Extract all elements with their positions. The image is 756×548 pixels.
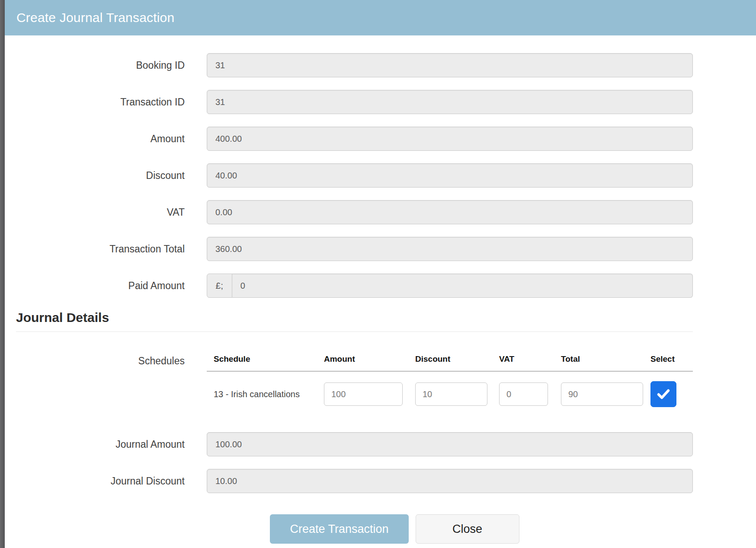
col-header-vat: VAT <box>499 354 561 364</box>
schedules-table: Schedule Amount Discount VAT Total Selec… <box>207 354 693 407</box>
schedule-discount-cell <box>415 382 499 406</box>
journal-summary-fields: Journal Amount Journal Discount <box>5 432 756 493</box>
close-button[interactable]: Close <box>416 514 519 544</box>
modal-footer-buttons: Create Transaction Close <box>5 514 756 544</box>
journal-amount-row: Journal Amount <box>5 432 693 456</box>
schedule-vat-input[interactable] <box>499 382 548 406</box>
transaction-total-row: Transaction Total <box>5 237 693 261</box>
discount-label: Discount <box>5 170 185 182</box>
background-page-edge <box>0 0 5 548</box>
schedule-name: 13 - Irish cancellations <box>207 389 324 399</box>
schedule-select-checkbox[interactable] <box>650 381 676 407</box>
create-journal-transaction-modal: Create Journal Transaction Booking ID Tr… <box>0 0 756 548</box>
transaction-id-label: Transaction ID <box>5 96 185 108</box>
col-header-amount: Amount <box>324 354 415 364</box>
col-header-select: Select <box>650 354 693 364</box>
schedule-vat-cell <box>499 382 561 406</box>
vat-row: VAT <box>5 200 693 224</box>
paid-amount-field <box>232 274 693 298</box>
modal-content: Create Journal Transaction Booking ID Tr… <box>5 0 756 544</box>
transaction-total-label: Transaction Total <box>5 243 185 255</box>
journal-amount-label: Journal Amount <box>5 439 185 450</box>
create-transaction-button[interactable]: Create Transaction <box>270 514 408 544</box>
schedule-select-cell <box>650 381 693 407</box>
discount-row: Discount <box>5 163 693 188</box>
journal-discount-field <box>207 469 693 493</box>
transaction-total-field <box>207 237 693 261</box>
transaction-id-field <box>207 90 693 114</box>
col-header-total: Total <box>561 354 650 364</box>
schedules-section: Schedules Schedule Amount Discount VAT T… <box>5 354 693 407</box>
journal-discount-label: Journal Discount <box>5 475 185 487</box>
journal-discount-row: Journal Discount <box>5 469 693 493</box>
booking-id-label: Booking ID <box>5 60 185 71</box>
col-header-schedule: Schedule <box>207 354 324 364</box>
schedule-total-cell <box>561 382 650 406</box>
schedule-amount-cell <box>324 382 415 406</box>
vat-field <box>207 200 693 224</box>
journal-details-heading: Journal Details <box>16 310 693 332</box>
schedule-total-input[interactable] <box>561 382 643 406</box>
transaction-form: Booking ID Transaction ID Amount Discoun… <box>5 35 756 544</box>
paid-amount-label: Paid Amount <box>5 280 185 292</box>
booking-id-row: Booking ID <box>5 53 693 77</box>
schedules-table-header: Schedule Amount Discount VAT Total Selec… <box>207 354 693 372</box>
schedule-table-row: 13 - Irish cancellations <box>207 381 693 407</box>
paid-amount-input-group: £; <box>207 274 693 298</box>
transaction-id-row: Transaction ID <box>5 90 693 114</box>
schedule-amount-input[interactable] <box>324 382 403 406</box>
amount-row: Amount <box>5 127 693 151</box>
modal-header: Create Journal Transaction <box>5 0 756 35</box>
vat-label: VAT <box>5 207 185 218</box>
checkmark-icon <box>656 386 671 402</box>
amount-field <box>207 127 693 151</box>
schedule-discount-input[interactable] <box>415 382 487 406</box>
paid-amount-row: Paid Amount £; <box>5 274 693 298</box>
col-header-discount: Discount <box>415 354 499 364</box>
schedules-label: Schedules <box>5 354 185 367</box>
currency-prefix-addon: £; <box>207 274 232 298</box>
discount-field <box>207 163 693 188</box>
amount-label: Amount <box>5 133 185 145</box>
booking-id-field <box>207 53 693 77</box>
journal-amount-field <box>207 432 693 456</box>
modal-title: Create Journal Transaction <box>16 10 174 25</box>
